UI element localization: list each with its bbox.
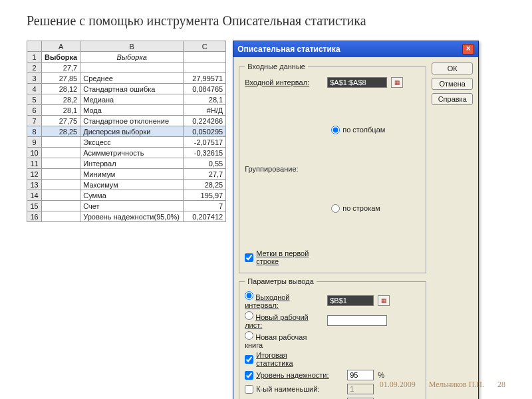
cell[interactable] [42, 169, 80, 180]
output-range-field[interactable] [327, 295, 374, 306]
cell[interactable]: Минимум [80, 169, 184, 180]
cell[interactable]: Дисперсия выборки [80, 126, 184, 137]
cell[interactable]: Максимум [80, 180, 184, 190]
new-book-radio[interactable]: Новая рабочая книга [245, 331, 323, 349]
cell[interactable]: Сумма [80, 190, 184, 201]
cell[interactable]: 27,7 [184, 169, 226, 180]
cell[interactable] [42, 211, 80, 222]
percent-label: % [378, 371, 384, 379]
input-range-label: Входной интервал: [245, 78, 323, 86]
cell[interactable]: -0,32615 [184, 148, 226, 158]
cell[interactable] [42, 158, 80, 169]
cell[interactable]: 0,55 [184, 158, 226, 169]
cell[interactable]: 28,1 [184, 94, 226, 105]
by-columns-radio[interactable]: по столбцам [331, 90, 385, 169]
confidence-checkbox[interactable]: Уровень надежности: [245, 371, 343, 380]
row-header[interactable]: 14 [27, 190, 42, 201]
footer: 01.09.2009 Мельников П.П. 28 [380, 380, 505, 390]
by-rows-radio[interactable]: по строкам [331, 169, 385, 247]
cell[interactable]: 28,2 [42, 94, 80, 105]
cell[interactable]: 0,224266 [184, 116, 226, 126]
cell[interactable]: Мода [80, 105, 184, 116]
footer-date: 01.09.2009 [380, 380, 416, 390]
summary-stats-checkbox[interactable]: Итоговая статистика [245, 351, 323, 367]
row-header[interactable]: 5 [27, 94, 42, 105]
new-sheet-radio[interactable]: Новый рабочий лист: [245, 311, 323, 329]
k-smallest-checkbox[interactable]: К-ый наименьший: [245, 385, 343, 394]
row-header[interactable]: 6 [27, 105, 42, 116]
cell[interactable]: Интервал [80, 158, 184, 169]
output-range-radio[interactable]: Выходной интервал: [245, 291, 323, 309]
row-header[interactable]: 9 [27, 137, 42, 148]
cell[interactable]: 28,25 [184, 180, 226, 190]
col-header-b[interactable]: B [80, 41, 184, 52]
descriptive-stats-dialog: Описательная статистика × Входные данные… [233, 41, 479, 399]
row-header[interactable]: 2 [27, 63, 42, 73]
cell[interactable]: Асимметричность [80, 148, 184, 158]
cell[interactable]: 7 [184, 201, 226, 211]
cell[interactable]: Стандартная ошибка [80, 84, 184, 94]
row-header[interactable]: 1 [27, 52, 42, 63]
help-button[interactable]: Справка [432, 93, 473, 105]
row-header[interactable]: 12 [27, 169, 42, 180]
cell[interactable]: 27,85 [42, 73, 80, 84]
footer-author: Мельников П.П. [429, 380, 484, 390]
cell[interactable]: 28,12 [42, 84, 80, 94]
range-picker-icon[interactable] [378, 295, 390, 306]
row-header[interactable]: 15 [27, 201, 42, 211]
cell[interactable]: 0,207412 [184, 211, 226, 222]
close-icon[interactable]: × [462, 44, 474, 55]
input-range-field[interactable] [327, 77, 387, 88]
dialog-title: Описательная статистика [237, 45, 340, 54]
col-header-a[interactable]: A [42, 41, 80, 52]
row-header[interactable]: 13 [27, 180, 42, 190]
dialog-titlebar[interactable]: Описательная статистика × [233, 41, 478, 57]
cell[interactable] [42, 201, 80, 211]
cell[interactable] [42, 180, 80, 190]
row-header[interactable]: 7 [27, 116, 42, 126]
cell[interactable]: 28,1 [42, 105, 80, 116]
cell[interactable]: 27,99571 [184, 73, 226, 84]
row-header[interactable]: 16 [27, 211, 42, 222]
page-title: Решение с помощью инструмента Описательн… [27, 13, 512, 29]
cell[interactable]: Медиана [80, 94, 184, 105]
cell[interactable]: Эксцесс [80, 137, 184, 148]
row-header[interactable]: 4 [27, 84, 42, 94]
cell[interactable]: Выборка [42, 52, 80, 63]
input-data-group: Входные данные Входной интервал: Группир… [239, 63, 426, 273]
cell[interactable]: 195,97 [184, 190, 226, 201]
grouping-label: Группирование: [245, 165, 323, 173]
confidence-field[interactable] [347, 370, 374, 380]
cell[interactable] [42, 190, 80, 201]
new-sheet-field[interactable] [327, 315, 387, 326]
cell[interactable]: Среднее [80, 73, 184, 84]
cell[interactable]: 28,25 [42, 126, 80, 137]
labels-first-row-checkbox[interactable]: Метки в первой строке [245, 249, 323, 265]
cell[interactable]: Выборка [80, 52, 184, 63]
output-params-legend: Параметры вывода [245, 277, 317, 285]
row-header[interactable]: 10 [27, 148, 42, 158]
row-header[interactable]: 8 [27, 126, 42, 137]
cell[interactable]: Счет [80, 201, 184, 211]
cell[interactable]: 0,084765 [184, 84, 226, 94]
cell[interactable]: Уровень надежности(95,0%) [80, 211, 184, 222]
cell[interactable] [42, 148, 80, 158]
row-header[interactable]: 11 [27, 158, 42, 169]
corner-cell[interactable] [27, 41, 42, 52]
input-data-legend: Входные данные [245, 63, 308, 70]
row-header[interactable]: 3 [27, 73, 42, 84]
cell[interactable] [80, 63, 184, 73]
cell[interactable]: -2,07517 [184, 137, 226, 148]
cell[interactable]: 27,75 [42, 116, 80, 126]
cell[interactable]: #Н/Д [184, 105, 226, 116]
cell[interactable]: 0,050295 [184, 126, 226, 137]
cell[interactable] [184, 52, 226, 63]
cell[interactable] [184, 63, 226, 73]
cell[interactable] [42, 137, 80, 148]
col-header-c[interactable]: C [184, 41, 226, 52]
cell[interactable]: Стандартное отклонение [80, 116, 184, 126]
range-picker-icon[interactable] [391, 77, 403, 88]
cancel-button[interactable]: Отмена [432, 78, 473, 90]
ok-button[interactable]: ОК [432, 63, 473, 74]
cell[interactable]: 27,7 [42, 63, 80, 73]
